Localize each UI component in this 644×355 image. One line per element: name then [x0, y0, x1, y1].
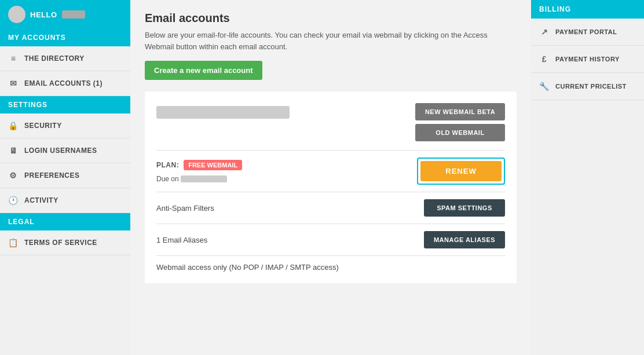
- new-webmail-beta-button[interactable]: NEW WEBMAIL BETA: [415, 103, 505, 120]
- sidebar-item-payment-history[interactable]: £ PAYMENT HISTORY: [531, 46, 644, 73]
- lock-icon: 🔒: [8, 120, 19, 131]
- renew-button[interactable]: RENEW: [420, 161, 502, 181]
- sidebar-item-label: PREFERENCES: [24, 171, 80, 180]
- renew-wrapper: RENEW: [417, 158, 505, 185]
- sidebar-item-label: LOGIN USERNAMES: [24, 147, 97, 155]
- pound-icon: £: [539, 54, 550, 64]
- due-on: Due on: [156, 175, 242, 183]
- directory-icon: ≡: [8, 53, 19, 64]
- sidebar-item-preferences[interactable]: ⚙ PREFERENCES: [0, 163, 130, 188]
- settings-section: SETTINGS: [0, 96, 130, 114]
- username-blur: [62, 10, 85, 19]
- sidebar-item-label: PAYMENT HISTORY: [555, 56, 620, 63]
- billing-label: BILLING: [531, 0, 644, 19]
- right-sidebar: BILLING ↗ PAYMENT PORTAL £ PAYMENT HISTO…: [531, 0, 644, 355]
- sidebar-item-payment-portal[interactable]: ↗ PAYMENT PORTAL: [531, 19, 644, 46]
- sidebar-item-label: PAYMENT PORTAL: [555, 28, 617, 35]
- sidebar-item-label: EMAIL ACCOUNTS (1): [24, 79, 103, 87]
- card-divider-2: [156, 192, 505, 192]
- create-email-button[interactable]: Create a new email account: [145, 61, 262, 80]
- gear-icon: ⚙: [8, 170, 19, 181]
- due-date-blur: [181, 175, 227, 182]
- sidebar-item-label: TERMS OF SERVICE: [24, 239, 97, 247]
- sidebar-item-the-directory[interactable]: ≡ THE DIRECTORY: [0, 46, 130, 71]
- card-divider-4: [156, 255, 505, 256]
- sidebar-item-label: THE DIRECTORY: [24, 54, 85, 63]
- sidebar-item-label: ACTIVITY: [24, 196, 58, 204]
- hello-label: HELLO: [30, 10, 57, 19]
- aliases-label: 1 Email Aliases: [156, 236, 207, 244]
- document-icon: 📋: [8, 237, 19, 248]
- clock-icon: 🕐: [8, 195, 19, 206]
- left-sidebar: HELLO MY ACCOUNTS ≡ THE DIRECTORY ✉ EMAI…: [0, 0, 130, 355]
- plan-section: PLAN: FREE WEBMAIL Due on: [156, 160, 242, 183]
- user-header: HELLO: [0, 0, 130, 29]
- sidebar-item-security[interactable]: 🔒 SECURITY: [0, 114, 130, 138]
- sidebar-item-label: SECURITY: [24, 122, 62, 130]
- monitor-icon: 🖥: [8, 145, 19, 156]
- my-accounts-section: MY ACCOUNTS: [0, 29, 130, 46]
- sidebar-item-terms-of-service[interactable]: 📋 TERMS OF SERVICE: [0, 230, 130, 255]
- plan-badge: FREE WEBMAIL: [184, 160, 242, 170]
- anti-spam-row: Anti-Spam Filters SPAM SETTINGS: [156, 199, 505, 217]
- manage-aliases-button[interactable]: MANAGE ALIASES: [424, 231, 505, 248]
- plan-label: PLAN:: [156, 161, 179, 169]
- card-divider-3: [156, 224, 505, 224]
- card-top: NEW WEBMAIL BETA OLD WEBMAIL: [156, 103, 505, 141]
- external-link-icon: ↗: [539, 27, 550, 37]
- email-icon: ✉: [8, 78, 19, 89]
- spam-settings-button[interactable]: SPAM SETTINGS: [424, 199, 505, 217]
- legal-section: LEGAL: [0, 213, 130, 230]
- anti-spam-label: Anti-Spam Filters: [156, 204, 214, 213]
- sidebar-item-label: CURRENT PRICELIST: [555, 83, 627, 90]
- email-address-blur: [156, 106, 290, 119]
- sidebar-item-current-pricelist[interactable]: 🔧 CURRENT PRICELIST: [531, 73, 644, 100]
- card-divider: [156, 150, 505, 151]
- webmail-buttons: NEW WEBMAIL BETA OLD WEBMAIL: [415, 103, 505, 141]
- email-account-card: NEW WEBMAIL BETA OLD WEBMAIL PLAN: FREE …: [145, 92, 517, 283]
- webmail-note: Webmail access only (No POP / IMAP / SMT…: [156, 263, 505, 272]
- plan-row: PLAN: FREE WEBMAIL Due on RENEW: [156, 158, 505, 185]
- page-description: Below are your email-for-life accounts. …: [145, 30, 517, 52]
- old-webmail-button[interactable]: OLD WEBMAIL: [415, 124, 505, 141]
- sidebar-item-email-accounts[interactable]: ✉ EMAIL ACCOUNTS (1): [0, 71, 130, 96]
- page-title: Email accounts: [145, 12, 517, 25]
- wrench-icon: 🔧: [539, 81, 550, 92]
- main-content: Email accounts Below are your email-for-…: [130, 0, 531, 355]
- sidebar-item-activity[interactable]: 🕐 ACTIVITY: [0, 188, 130, 213]
- avatar: [8, 6, 25, 23]
- sidebar-item-login-usernames[interactable]: 🖥 LOGIN USERNAMES: [0, 138, 130, 163]
- aliases-row: 1 Email Aliases MANAGE ALIASES: [156, 231, 505, 248]
